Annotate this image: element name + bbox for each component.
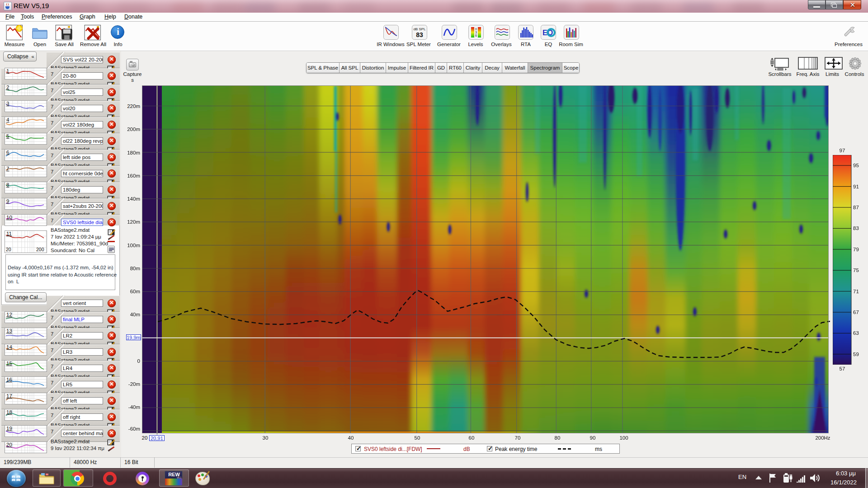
svg-text:83: 83	[416, 31, 423, 38]
svg-text:3: 3	[475, 31, 477, 34]
svg-text:0: 0	[475, 28, 477, 31]
svg-text:6: 6	[475, 34, 477, 37]
svg-text:dB SPL: dB SPL	[413, 27, 426, 31]
